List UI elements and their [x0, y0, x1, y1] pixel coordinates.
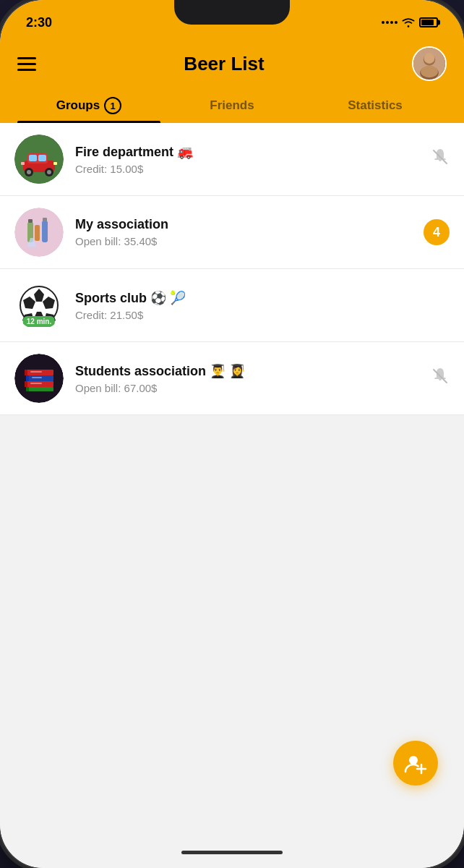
notification-badge: 4: [424, 219, 450, 245]
group-name: Sports club ⚽ 🎾: [75, 290, 438, 306]
status-icons: [382, 17, 438, 27]
battery-icon: [419, 17, 438, 27]
svg-rect-40: [32, 377, 42, 378]
status-time: 2:30: [26, 15, 52, 30]
tab-statistics-label: Statistics: [348, 98, 403, 113]
group-sub: Credit: 15.00$: [75, 163, 419, 175]
groups-list: Fire department 🚒 Credit: 15.00$: [0, 123, 464, 836]
app-title: Beer List: [184, 53, 264, 75]
group-avatar-fire-department: [14, 135, 64, 184]
header: Beer List: [0, 39, 464, 123]
svg-point-3: [424, 53, 435, 64]
user-avatar[interactable]: [412, 46, 447, 81]
group-action-fire-department[interactable]: [431, 148, 450, 171]
notch: [174, 0, 290, 25]
home-bar: [181, 851, 283, 854]
svg-point-4: [421, 66, 438, 78]
group-avatar-sports-club: 12 min.: [14, 281, 64, 330]
list-item[interactable]: My association Open bill: 35.40$ 4: [0, 196, 464, 269]
group-sub: Open bill: 67.00$: [75, 382, 419, 394]
svg-rect-34: [26, 387, 53, 391]
tab-groups[interactable]: Groups 1: [17, 90, 160, 123]
svg-rect-8: [29, 155, 37, 161]
hamburger-line-3: [17, 69, 36, 71]
svg-rect-20: [42, 221, 48, 242]
svg-rect-35: [25, 370, 27, 375]
svg-rect-19: [35, 225, 40, 241]
svg-rect-36: [26, 375, 29, 381]
list-item[interactable]: Fire department 🚒 Credit: 15.00$: [0, 123, 464, 196]
add-user-icon: [404, 752, 427, 775]
hamburger-menu-button[interactable]: [17, 57, 36, 71]
add-group-fab[interactable]: [393, 741, 438, 786]
svg-rect-21: [28, 219, 33, 223]
wifi-icon: [402, 17, 415, 27]
signal-dots-icon: [382, 21, 398, 24]
tab-statistics[interactable]: Statistics: [304, 90, 447, 123]
svg-point-12: [27, 170, 31, 174]
bell-slash-icon: [431, 367, 450, 390]
header-top: Beer List: [17, 46, 447, 90]
list-item[interactable]: Students association 👨‍🎓 👩‍🎓 Open bill: …: [0, 342, 464, 415]
group-info-sports-club: Sports club ⚽ 🎾 Credit: 21.50$: [75, 290, 438, 321]
group-info-fire-department: Fire department 🚒 Credit: 15.00$: [75, 144, 419, 175]
svg-rect-37: [25, 381, 27, 387]
group-info-students-association: Students association 👨‍🎓 👩‍🎓 Open bill: …: [75, 363, 419, 394]
bell-slash-icon: [431, 148, 450, 171]
group-action-my-association[interactable]: 4: [424, 219, 450, 245]
svg-rect-39: [30, 371, 42, 373]
home-indicator: [0, 836, 464, 868]
group-name: My association: [75, 217, 412, 232]
group-name: Students association 👨‍🎓 👩‍🎓: [75, 363, 419, 379]
svg-rect-15: [21, 162, 25, 165]
hamburger-line-2: [17, 63, 36, 65]
svg-rect-9: [38, 155, 46, 161]
svg-rect-14: [53, 162, 57, 165]
svg-rect-38: [26, 387, 29, 391]
phone-frame: 2:30: [0, 0, 464, 868]
group-action-students-association[interactable]: [431, 367, 450, 390]
svg-point-43: [409, 756, 418, 765]
screen: 2:30: [0, 0, 464, 868]
group-info-my-association: My association Open bill: 35.40$: [75, 217, 412, 247]
tab-groups-label: Groups: [56, 98, 100, 113]
hamburger-line-1: [17, 57, 36, 59]
group-avatar-my-association: [14, 208, 64, 257]
svg-rect-22: [43, 218, 47, 221]
tab-groups-badge: 1: [104, 97, 121, 114]
time-badge: 12 min.: [23, 316, 55, 327]
group-sub: Credit: 21.50$: [75, 309, 438, 321]
tab-friends[interactable]: Friends: [160, 90, 304, 123]
svg-rect-41: [30, 383, 42, 384]
svg-point-13: [47, 170, 51, 174]
list-item[interactable]: 12 min. Sports club ⚽ 🎾 Credit: 21.50$: [0, 269, 464, 342]
tab-friends-label: Friends: [210, 98, 254, 113]
user-avatar-image: [413, 48, 445, 80]
group-sub: Open bill: 35.40$: [75, 235, 412, 247]
tabs: Groups 1 Friends Statistics: [17, 90, 447, 123]
group-avatar-students-association: [14, 354, 64, 403]
group-name: Fire department 🚒: [75, 144, 419, 160]
